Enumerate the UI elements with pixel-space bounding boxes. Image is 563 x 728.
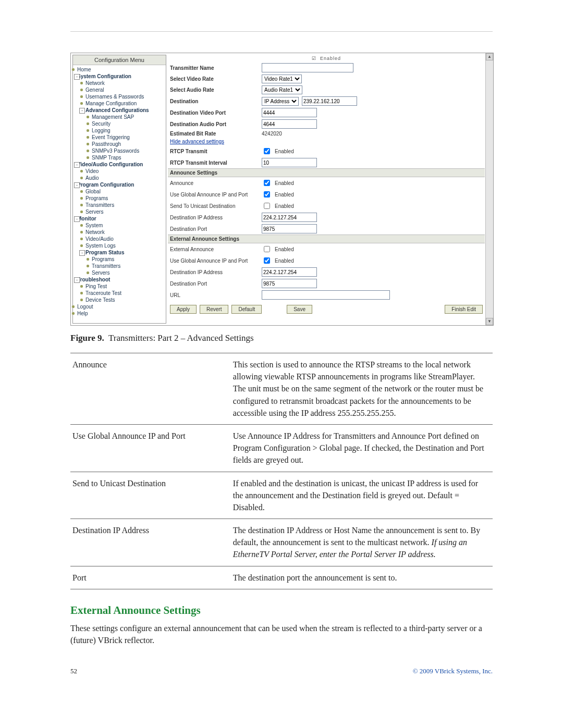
nav-item[interactable]: Home [75,66,164,73]
destination-ip-input[interactable] [302,96,357,106]
nav-item[interactable]: General [75,87,164,93]
bullet-icon [80,292,83,294]
nav-item[interactable]: System [75,222,164,229]
rtcp-interval-input[interactable] [262,158,317,167]
ext-dest-port-input[interactable] [262,279,317,288]
use-global-label: Use Global Announce IP and Port [170,192,259,198]
bullet-icon [80,231,83,233]
nav-item[interactable]: Servers [75,208,164,215]
save-button[interactable]: Save [287,305,312,314]
tree-toggle-icon[interactable]: - [74,216,80,222]
tree-toggle-icon[interactable]: - [74,277,80,283]
tree-toggle-icon[interactable]: - [79,108,85,114]
nav-item[interactable]: Transmitters [75,263,164,269]
transmitter-name-input[interactable] [262,63,353,72]
bullet-icon [80,299,83,301]
nav-item[interactable]: SNMPv3 Passwords [75,147,164,154]
tree-toggle-icon[interactable]: - [79,250,85,256]
nav-item[interactable]: Video/Audio [75,236,164,242]
nav-item[interactable]: Global [75,188,164,195]
audio-rate-select[interactable]: Audio Rate1 [262,85,302,94]
dest-video-port-label: Destination Video Port [170,110,259,116]
bullet-icon [80,170,83,172]
nav-item[interactable]: Logging [75,127,164,134]
nav-item[interactable]: System Logs [75,242,164,249]
dest-video-port-input[interactable] [262,108,317,117]
nav-item[interactable]: Video [75,168,164,175]
finish-edit-button[interactable]: Finish Edit [445,305,483,314]
vertical-scrollbar[interactable]: ▲ ▼ [485,53,493,325]
video-rate-select[interactable]: Video Rate1 [262,75,302,83]
announce-checkbox[interactable] [264,180,270,186]
nav-item[interactable]: Traceroute Test [75,290,164,297]
nav-item[interactable]: -Troubleshoot [75,276,164,283]
nav-item-label: System [85,223,103,228]
page-footer: 52 © 2009 VBrick Systems, Inc. [70,667,493,675]
nav-item[interactable]: -Program Configuration [75,181,164,188]
nav-item[interactable]: Event Triggering [75,134,164,141]
term-cell: Destination IP Address [70,519,231,566]
nav-item[interactable]: -System Configuration [75,73,164,80]
nav-item[interactable]: Management SAP [75,114,164,120]
nav-item[interactable]: Network [75,229,164,236]
scroll-up-icon[interactable]: ▲ [486,53,493,60]
nav-item[interactable]: Help [75,310,164,317]
nav-item[interactable]: Transmitters [75,202,164,208]
nav-item[interactable]: Security [75,120,164,127]
nav-item[interactable]: Logout [75,303,164,310]
nav-item-label: Audio [85,175,99,181]
ann-dest-port-input[interactable] [262,224,317,233]
default-button[interactable]: Default [231,305,262,314]
url-input[interactable] [262,290,390,300]
term-cell: Use Global Announce IP and Port [70,424,231,472]
nav-item-label: Traceroute Test [85,290,121,296]
nav-item-label: Network [85,80,105,86]
nav-item[interactable]: Programs [75,195,164,202]
rtcp-interval-label: RTCP Transmit Interval [170,160,259,166]
tree-toggle-icon[interactable]: - [74,162,80,168]
bullet-icon [72,305,75,308]
definition-cell: The destination port the announcement is… [231,566,493,589]
nav-item-label: Program Configuration [77,182,134,188]
bullet-icon [80,102,83,105]
nav-item[interactable]: Audio [75,175,164,181]
table-row: AnnounceThis section is used to announce… [70,353,493,425]
ext-dest-ip-input[interactable] [262,267,317,277]
nav-item[interactable]: Servers [75,269,164,276]
send-unicast-checkbox[interactable] [264,203,270,209]
hide-advanced-link[interactable]: Hide advanced settings [170,139,259,144]
table-row: Use Global Announce IP and PortUse Annou… [70,424,493,472]
nav-item[interactable]: Device Tests [75,297,164,303]
ext-announce-checkbox[interactable] [264,246,270,252]
nav-item[interactable]: -Program Status [75,249,164,256]
nav-item[interactable]: Programs [75,256,164,263]
ext-use-global-checkbox[interactable] [264,257,270,264]
bullet-icon [87,129,89,132]
nav-item-label: SNMP Traps [92,155,121,161]
nav-item[interactable]: Passthrough [75,141,164,147]
nav-item[interactable]: Usernames & Passwords [75,93,164,100]
nav-item[interactable]: SNMP Traps [75,154,164,161]
nav-item[interactable]: Network [75,80,164,87]
destination-type-select[interactable]: IP Address [262,97,299,106]
scroll-down-icon[interactable]: ▼ [486,318,493,325]
nav-item[interactable]: -Advanced Configurations [75,107,164,114]
audio-rate-label: Select Audio Rate [170,87,259,93]
apply-button[interactable]: Apply [170,305,197,314]
nav-item-label: Passthrough [92,141,121,147]
revert-button[interactable]: Revert [200,305,228,314]
ann-dest-ip-input[interactable] [262,213,317,222]
nav-item[interactable]: Manage Configuration [75,100,164,107]
nav-item[interactable]: -Monitor [75,215,164,222]
nav-item-label: Usernames & Passwords [85,94,144,100]
main-form: ☑ Enabled Transmitter Name Select Video … [168,55,485,324]
tree-toggle-icon[interactable]: - [74,182,80,188]
rtcp-transmit-checkbox[interactable] [264,148,270,154]
ext-dest-port-label: Destination Port [170,281,259,287]
nav-item[interactable]: -Video/Audio Configuration [75,161,164,168]
nav-item[interactable]: Ping Test [75,283,164,290]
tree-toggle-icon[interactable]: - [74,74,80,80]
dest-audio-port-input[interactable] [262,119,317,129]
bullet-icon [72,68,75,71]
use-global-checkbox[interactable] [264,191,270,198]
